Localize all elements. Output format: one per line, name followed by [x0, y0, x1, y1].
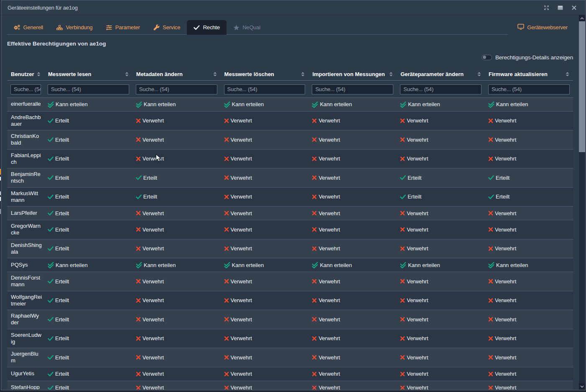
- search-input-user[interactable]: [10, 84, 41, 94]
- x-icon: [224, 227, 229, 232]
- table-row[interactable]: einerfueralleKann erteilenKann erteilenK…: [7, 97, 573, 111]
- table-row[interactable]: ChristianKobaldErteiltVerwehrtVerwehrtVe…: [7, 130, 573, 150]
- permission-status: Verwehrt: [488, 334, 570, 343]
- permission-cell: Verwehrt: [485, 381, 573, 389]
- permission-status: Verwehrt: [400, 384, 482, 390]
- permission-status: Verwehrt: [488, 353, 570, 361]
- permission-status-label: Verwehrt: [495, 335, 516, 341]
- permission-status-label: Verwehrt: [318, 175, 340, 181]
- column-header-meta[interactable]: Metadaten ändern: [132, 68, 221, 80]
- column-header-read[interactable]: Messwerte lesen: [44, 68, 132, 80]
- sort-icon[interactable]: [123, 72, 129, 76]
- table-row[interactable]: DennisForstmannErteiltVerwehrtVerwehrtVe…: [7, 272, 573, 291]
- permission-cell: Verwehrt: [132, 310, 221, 329]
- table-row[interactable]: MarkusWittmannErteiltErteiltVerwehrtVerw…: [7, 187, 573, 206]
- tab-label: Rechte: [203, 24, 220, 31]
- x-icon: [312, 156, 317, 161]
- maximize-button[interactable]: [557, 3, 563, 12]
- check-icon: [48, 298, 54, 303]
- tab-generell[interactable]: Generell: [7, 20, 50, 35]
- sort-icon[interactable]: [564, 72, 569, 76]
- x-icon: [400, 336, 405, 341]
- sort-icon[interactable]: [299, 72, 305, 76]
- permission-status-label: Verwehrt: [407, 227, 428, 233]
- scroll-down-button[interactable]: [579, 383, 585, 389]
- table-row[interactable]: AndreBachbauerErteiltVerwehrtVerwehrtVer…: [7, 111, 573, 130]
- check-icon: [48, 137, 54, 142]
- search-input-meta[interactable]: [136, 84, 217, 94]
- column-label: Messwerte lesen: [48, 71, 91, 77]
- column-header-delete[interactable]: Messwerte löschen: [221, 68, 309, 80]
- chevron-up-icon: [580, 17, 584, 20]
- permission-cell: Verwehrt: [308, 291, 397, 310]
- tab-service[interactable]: Service: [147, 20, 187, 35]
- permission-status: Erteilt: [48, 296, 130, 305]
- dialog-titlebar[interactable]: Geräteeinstellungen für ae1og: [1, 0, 585, 15]
- x-icon: [488, 211, 493, 216]
- x-icon: [224, 317, 229, 322]
- table-row[interactable]: DenishShingalaErteiltVerwehrtVerwehrtVer…: [7, 239, 573, 258]
- table-row[interactable]: SoerenLudwigErteiltVerwehrtVerwehrtVerwe…: [7, 329, 573, 348]
- permission-cell: Kann erteilen: [44, 97, 132, 111]
- table-row[interactable]: FabianLeppichErteiltVerwehrtVerwehrtVerw…: [7, 149, 573, 168]
- sort-icon[interactable]: [35, 72, 41, 76]
- table-row[interactable]: RaphaelWyderErteiltVerwehrtVerwehrtVerwe…: [7, 310, 573, 329]
- column-header-user[interactable]: Benutzer: [7, 68, 44, 80]
- permission-status: Verwehrt: [224, 173, 306, 182]
- search-input-firmware[interactable]: [488, 84, 570, 94]
- tab-parameter[interactable]: Parameter: [99, 20, 146, 35]
- permission-status-label: Verwehrt: [143, 227, 164, 233]
- tab-verbindung[interactable]: Verbindung: [50, 20, 99, 35]
- search-input-delete[interactable]: [224, 84, 306, 94]
- table-row[interactable]: GregorWarnckeErteiltVerwehrtVerwehrtVerw…: [7, 220, 573, 239]
- search-input-params[interactable]: [400, 84, 482, 94]
- details-toggle[interactable]: [482, 55, 492, 60]
- permission-status-label: Erteilt: [55, 193, 69, 200]
- search-input-read[interactable]: [48, 84, 129, 94]
- scroll-up-button[interactable]: [579, 15, 585, 21]
- table-row[interactable]: StefanHoppErteiltVerwehrtVerwehrtVerwehr…: [7, 381, 573, 389]
- permission-status: Erteilt: [48, 334, 130, 343]
- table-row[interactable]: PQSysKann erteilenKann erteilenKann erte…: [7, 258, 573, 272]
- table-row[interactable]: LarsPfeiferErteiltVerwehrtVerwehrtVerweh…: [7, 206, 573, 220]
- permission-cell: Kann erteilen: [308, 258, 397, 272]
- x-icon: [312, 385, 317, 390]
- permission-status-label: Verwehrt: [231, 316, 252, 323]
- column-header-firmware[interactable]: Firmware aktualisieren: [485, 68, 573, 80]
- x-icon: [224, 298, 229, 303]
- table-row[interactable]: BenjaminRentschErteiltErteiltVerwehrtVer…: [7, 168, 573, 188]
- x-icon: [488, 156, 493, 161]
- permission-cell: Verwehrt: [221, 329, 309, 348]
- permission-status: Kann erteilen: [136, 261, 218, 269]
- permission-status-label: Erteilt: [55, 175, 69, 181]
- vertical-scrollbar[interactable]: [579, 15, 585, 389]
- tab-rechte[interactable]: Rechte: [187, 20, 227, 35]
- expand-button[interactable]: [543, 3, 549, 12]
- permission-status: Verwehrt: [400, 296, 482, 305]
- permission-status: Verwehrt: [136, 135, 218, 144]
- permission-cell: Verwehrt: [132, 206, 221, 220]
- permission-status-label: Kann erteilen: [408, 101, 440, 107]
- permission-cell: Verwehrt: [308, 187, 397, 206]
- x-icon: [488, 385, 493, 390]
- permission-status-label: Verwehrt: [231, 371, 252, 377]
- permission-status-label: Verwehrt: [231, 137, 252, 143]
- check-icon: [488, 194, 494, 199]
- column-header-params[interactable]: Geräteparameter ändern: [397, 68, 485, 80]
- search-input-import[interactable]: [312, 84, 393, 94]
- x-icon: [224, 336, 229, 341]
- table-row[interactable]: UgurYetisErteiltVerwehrtVerwehrtVerwehrt…: [7, 367, 573, 381]
- sort-icon[interactable]: [387, 72, 393, 76]
- sort-icon[interactable]: [211, 72, 217, 76]
- permission-status-label: Erteilt: [408, 193, 421, 200]
- close-button[interactable]: [571, 3, 577, 12]
- device-webserver-link[interactable]: Gerätewebserver: [517, 20, 568, 35]
- permission-status: Verwehrt: [312, 193, 394, 201]
- table-row[interactable]: JuergenBlumErteiltVerwehrtVerwehrtVerweh…: [7, 348, 573, 367]
- tab-nequal[interactable]: NeQual: [227, 20, 267, 35]
- table-row[interactable]: WolfgangReitmeierErteiltVerwehrtVerwehrt…: [7, 291, 573, 310]
- column-header-import[interactable]: Importieren von Messungen: [308, 68, 397, 80]
- scrollbar-thumb[interactable]: [579, 21, 585, 152]
- sort-icon[interactable]: [476, 72, 481, 76]
- permission-status-label: Verwehrt: [407, 278, 428, 285]
